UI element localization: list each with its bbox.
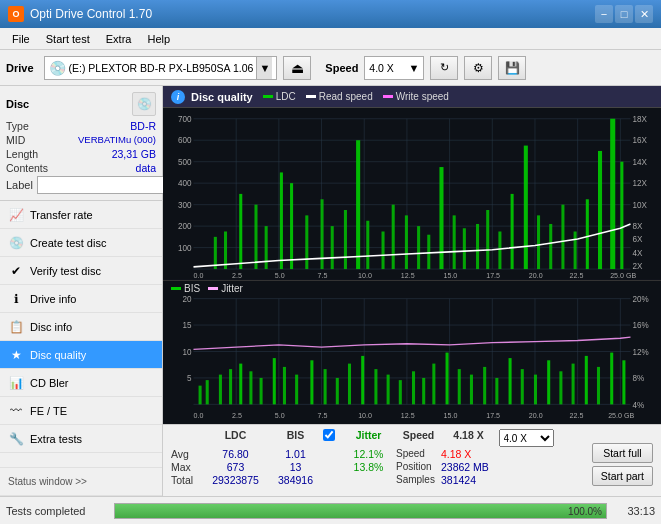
nav-fe-te-label: FE / TE xyxy=(30,405,67,417)
speed-dropdown-arrow[interactable]: ▼ xyxy=(408,62,419,74)
disc-label-input[interactable] xyxy=(37,176,170,194)
stats-bottom-area: LDC BIS Jitter Speed 4.18 X 4.0 X A xyxy=(163,424,661,496)
svg-rect-37 xyxy=(439,167,443,269)
disc-contents-value: data xyxy=(136,162,156,174)
svg-text:20.0: 20.0 xyxy=(529,410,543,419)
nav-fe-te[interactable]: 〰 FE / TE xyxy=(0,397,162,425)
menu-file[interactable]: File xyxy=(4,31,38,47)
avg-bis: 1.01 xyxy=(268,448,323,460)
disc-length-value: 23,31 GB xyxy=(112,148,156,160)
legend-read-speed: Read speed xyxy=(306,91,373,102)
nav-transfer-rate[interactable]: 📈 Transfer rate xyxy=(0,201,162,229)
bottom-chart-area: BIS Jitter xyxy=(163,280,661,424)
stats-speed-select-container[interactable]: 4.0 X xyxy=(496,429,556,447)
disc-button[interactable]: 💾 xyxy=(498,56,526,80)
progress-bar: 100.0% xyxy=(114,503,607,519)
menu-start-test[interactable]: Start test xyxy=(38,31,98,47)
svg-rect-130 xyxy=(610,352,613,404)
transfer-rate-icon: 📈 xyxy=(8,207,24,223)
disc-type-label: Type xyxy=(6,120,29,132)
disc-icon: 💿 xyxy=(132,92,156,116)
svg-rect-31 xyxy=(366,221,369,269)
app-icon: O xyxy=(8,6,24,22)
content-area: i Disc quality LDC Read speed Write spee… xyxy=(163,86,661,496)
svg-rect-129 xyxy=(597,367,600,404)
svg-text:20%: 20% xyxy=(633,293,650,303)
svg-rect-39 xyxy=(463,228,466,269)
svg-text:400: 400 xyxy=(178,178,192,188)
progress-bar-fill xyxy=(115,504,606,518)
svg-rect-115 xyxy=(422,378,425,404)
svg-rect-128 xyxy=(585,356,588,404)
svg-text:22.5: 22.5 xyxy=(570,270,584,279)
extra-tests-icon: 🔧 xyxy=(8,431,24,447)
svg-rect-50 xyxy=(598,151,602,269)
svg-text:14X: 14X xyxy=(633,157,648,167)
nav-verify-test-disc[interactable]: ✔ Verify test disc xyxy=(0,257,162,285)
nav-disc-info[interactable]: 📋 Disc info xyxy=(0,313,162,341)
avg-speed-value: 4.18 X xyxy=(441,448,496,460)
close-button[interactable]: ✕ xyxy=(635,5,653,23)
speed-value: 4.0 X xyxy=(369,62,408,74)
svg-rect-101 xyxy=(249,371,252,404)
minimize-button[interactable]: − xyxy=(595,5,613,23)
svg-text:200: 200 xyxy=(178,221,192,231)
disc-header: Disc 💿 xyxy=(6,92,156,116)
drive-selector[interactable]: 💿 (E:) PLEXTOR BD-R PX-LB950SA 1.06 ▼ xyxy=(44,56,278,80)
window-controls[interactable]: − □ ✕ xyxy=(595,5,653,23)
avg-ldc: 76.80 xyxy=(203,448,268,460)
refresh-button[interactable]: ↻ xyxy=(430,56,458,80)
max-bis: 13 xyxy=(268,461,323,473)
svg-rect-110 xyxy=(361,356,364,404)
svg-text:0.0: 0.0 xyxy=(193,270,203,279)
nav-create-test-disc[interactable]: 💿 Create test disc xyxy=(0,229,162,257)
svg-text:500: 500 xyxy=(178,157,192,167)
svg-rect-41 xyxy=(486,210,489,269)
nav-disc-quality-label: Disc quality xyxy=(30,349,86,361)
disc-contents-row: Contents data xyxy=(6,162,156,174)
maximize-button[interactable]: □ xyxy=(615,5,633,23)
avg-label: Avg xyxy=(171,448,203,460)
drive-dropdown-arrow[interactable]: ▼ xyxy=(256,57,272,79)
jitter-checkbox[interactable] xyxy=(323,429,335,441)
svg-text:15: 15 xyxy=(182,320,191,330)
status-window-label: Status window >> xyxy=(8,476,87,487)
nav-drive-info[interactable]: ℹ Drive info xyxy=(0,285,162,313)
svg-rect-20 xyxy=(224,231,227,269)
svg-text:16%: 16% xyxy=(633,320,650,330)
menu-help[interactable]: Help xyxy=(139,31,178,47)
svg-rect-131 xyxy=(622,360,625,404)
nav-cd-bler[interactable]: 📊 CD Bler xyxy=(0,369,162,397)
status-window-toggle[interactable]: Status window >> xyxy=(0,468,162,496)
svg-rect-124 xyxy=(534,374,537,404)
nav-extra-tests[interactable]: 🔧 Extra tests xyxy=(0,425,162,453)
stats-row-max: Max 673 13 13.8% Position 23862 MB xyxy=(171,461,586,473)
svg-rect-105 xyxy=(295,374,298,404)
menu-extra[interactable]: Extra xyxy=(98,31,140,47)
start-part-button[interactable]: Start part xyxy=(592,466,653,486)
stats-row-avg: Avg 76.80 1.01 12.1% Speed 4.18 X xyxy=(171,448,586,460)
svg-rect-125 xyxy=(547,360,550,404)
eject-button[interactable]: ⏏ xyxy=(283,56,311,80)
svg-rect-121 xyxy=(495,378,498,404)
stats-header-check xyxy=(323,429,341,447)
disc-length-label: Length xyxy=(6,148,38,160)
chart-header: i Disc quality LDC Read speed Write spee… xyxy=(163,86,661,108)
svg-rect-47 xyxy=(561,205,564,269)
nav-disc-quality[interactable]: ★ Disc quality xyxy=(0,341,162,369)
speed-selector[interactable]: 4.0 X ▼ xyxy=(364,56,424,80)
start-full-button[interactable]: Start full xyxy=(592,443,653,463)
svg-text:16X: 16X xyxy=(633,135,648,145)
svg-text:17.5: 17.5 xyxy=(486,270,500,279)
disc-quality-icon: ★ xyxy=(8,347,24,363)
settings-button[interactable]: ⚙ xyxy=(464,56,492,80)
speed-select[interactable]: 4.0 X xyxy=(499,429,554,447)
nav-verify-test-disc-label: Verify test disc xyxy=(30,265,101,277)
svg-rect-116 xyxy=(432,363,435,404)
nav-create-test-disc-label: Create test disc xyxy=(30,237,106,249)
avg-blank xyxy=(323,448,341,460)
progress-label: 100.0% xyxy=(568,505,602,516)
legend-ldc-dot xyxy=(263,95,273,98)
app-title: Opti Drive Control 1.70 xyxy=(30,7,152,21)
svg-rect-34 xyxy=(405,215,408,269)
